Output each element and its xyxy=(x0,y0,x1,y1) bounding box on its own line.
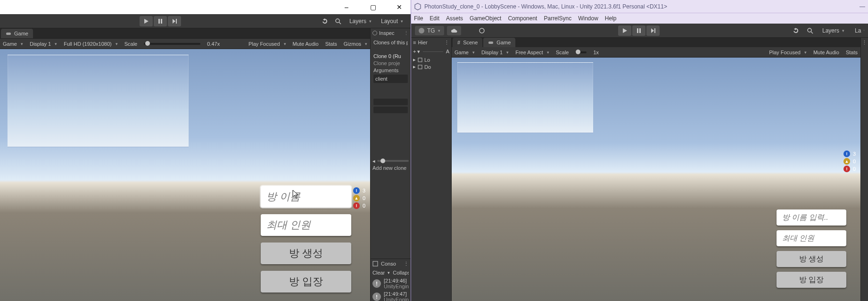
join-room-button[interactable]: 방 입장 xyxy=(261,271,351,293)
menu-assets[interactable]: Assets xyxy=(446,15,463,22)
game-viewport[interactable]: 방 이름 입력.. 최대 인원 방 생성 방 입장 !3 ▲0 !0 xyxy=(452,58,860,301)
error-badge[interactable]: !0 xyxy=(350,202,368,209)
console-row[interactable]: ! [21:49:46] UnityEngin xyxy=(371,277,411,290)
display-dropdown[interactable]: Display 1 xyxy=(27,39,60,49)
resolution-dropdown[interactable]: Full HD (1920x1080) xyxy=(61,39,121,49)
warn-badge[interactable]: ▲0 xyxy=(841,158,859,165)
clone-item-title[interactable]: Clone 0 (Ru xyxy=(373,53,408,59)
layers-dropdown[interactable]: Layers xyxy=(818,25,848,36)
scale-slider[interactable] xyxy=(575,51,587,53)
hierarchy-item[interactable]: ▸ Do xyxy=(413,64,449,70)
max-players-input[interactable]: 최대 인원 xyxy=(777,230,846,246)
lobby-ui: 방 이름 입력.. 최대 인원 방 생성 방 입장 xyxy=(777,209,846,288)
gamepad-icon xyxy=(6,31,11,36)
game-tab[interactable]: Game xyxy=(1,29,33,38)
layers-dropdown[interactable]: Layers xyxy=(346,16,375,26)
scale-slider[interactable] xyxy=(144,43,200,45)
console-tab-label[interactable]: Conso xyxy=(381,261,396,267)
foldout-icon[interactable]: ▸ xyxy=(413,64,416,70)
display-dropdown[interactable]: Display 1 xyxy=(479,48,512,57)
create-room-button[interactable]: 방 생성 xyxy=(261,242,351,264)
pause-button[interactable] xyxy=(632,25,645,36)
mute-audio-toggle[interactable]: Mute Audio xyxy=(810,50,842,55)
play-button[interactable] xyxy=(618,25,631,36)
window-titlebar[interactable]: PhotonStudy_clone_0 - LobbyScene - Windo… xyxy=(411,0,868,13)
play-button[interactable] xyxy=(140,16,153,26)
cloud-button[interactable] xyxy=(447,26,461,35)
clones-slider[interactable]: ◂ xyxy=(371,158,411,164)
play-focused-dropdown[interactable]: Play Focused xyxy=(246,39,289,49)
console-collapse-toggle[interactable]: Collaps xyxy=(393,270,409,276)
account-label: TG xyxy=(427,27,435,34)
game-viewport[interactable]: 방 이름 최대 인원 방 생성 방 입장 !3 ▲0 !0 xyxy=(0,49,370,301)
game-camera-dropdown[interactable]: Game xyxy=(0,39,26,49)
create-dropdown[interactable]: + ▾ xyxy=(413,49,420,55)
create-room-button[interactable]: 방 생성 xyxy=(777,251,846,267)
error-count: 0 xyxy=(363,203,365,209)
window-maximize-button[interactable]: ▢ xyxy=(364,0,382,14)
kebab-icon[interactable]: ⋮ xyxy=(404,261,409,267)
room-name-placeholder: 방 이름 xyxy=(266,190,300,204)
console-row-src: UnityEngin xyxy=(384,284,409,289)
window-minimize-button[interactable]: – xyxy=(337,0,356,14)
game-camera-dropdown[interactable]: Game xyxy=(452,48,478,57)
console-clear-button[interactable]: Clear xyxy=(372,270,385,276)
game-tab[interactable]: Game xyxy=(483,38,515,47)
mute-audio-toggle[interactable]: Mute Audio xyxy=(290,41,322,47)
gizmos-dropdown[interactable]: Gizmos xyxy=(341,39,370,49)
menu-help[interactable]: Help xyxy=(605,15,617,22)
room-name-input[interactable]: 방 이름 xyxy=(261,186,351,208)
inspector-lock-icon xyxy=(372,31,377,35)
window-close-button[interactable]: ✕ xyxy=(390,0,409,14)
window-minimize-button[interactable]: — xyxy=(860,3,865,10)
add-new-clone-button[interactable]: Add new clone xyxy=(371,164,411,172)
gamepad-icon xyxy=(488,40,494,45)
max-players-placeholder: 최대 인원 xyxy=(266,218,311,232)
menu-file[interactable]: File xyxy=(414,15,423,22)
max-players-input[interactable]: 최대 인원 xyxy=(261,214,351,236)
pause-button[interactable] xyxy=(154,16,167,26)
layout-dropdown[interactable]: Layout xyxy=(377,16,407,26)
stats-toggle[interactable]: Stats xyxy=(322,41,340,47)
stats-toggle[interactable]: Stats xyxy=(843,50,860,55)
clone-arguments-field[interactable]: client xyxy=(373,75,408,83)
step-button[interactable] xyxy=(168,16,181,26)
console-panel: Conso ⋮ Clear ▾ Collaps ! [21:49:46] Uni… xyxy=(371,259,411,301)
menu-parrelsync[interactable]: ParrelSync xyxy=(544,15,571,22)
services-icon[interactable] xyxy=(476,25,488,36)
undo-history-icon[interactable] xyxy=(319,16,331,26)
scene-tab[interactable]: # Scene xyxy=(453,38,482,47)
foldout-icon[interactable]: ▸ xyxy=(413,57,416,63)
menu-window[interactable]: Window xyxy=(578,15,598,22)
undo-history-icon[interactable] xyxy=(790,25,802,36)
search-icon[interactable] xyxy=(332,16,344,26)
game-tab-label: Game xyxy=(14,31,28,36)
warn-badge[interactable]: ▲0 xyxy=(350,194,368,202)
kebab-icon[interactable]: ⋮ xyxy=(404,30,409,36)
menu-component[interactable]: Component xyxy=(508,15,537,22)
chevron-left-icon[interactable]: ◂ xyxy=(372,158,375,164)
search-icon[interactable] xyxy=(804,25,816,36)
join-room-button[interactable]: 방 입장 xyxy=(777,272,846,288)
account-dropdown[interactable]: TG xyxy=(415,26,444,35)
scene-game-tabs: # Scene Game xyxy=(452,38,860,47)
layout-dropdown[interactable]: La xyxy=(851,25,864,36)
menu-edit[interactable]: Edit xyxy=(430,15,439,22)
kebab-icon[interactable]: ⋮ xyxy=(862,40,867,46)
svg-point-11 xyxy=(808,28,811,32)
play-focused-dropdown[interactable]: Play Focused xyxy=(766,48,810,57)
info-badge[interactable]: !3 xyxy=(841,150,859,158)
hierarchy-item[interactable]: ▸ Lo xyxy=(413,57,449,63)
inspector-tab[interactable]: Inspec ⋮ xyxy=(371,28,411,38)
console-row[interactable]: ! [21:49:47] UnityEngin xyxy=(371,290,411,301)
resolution-dropdown[interactable]: Free Aspect xyxy=(513,48,552,57)
step-button[interactable] xyxy=(646,25,660,36)
search-icon[interactable]: A xyxy=(446,49,449,54)
kebab-icon[interactable]: ⋮ xyxy=(444,40,449,46)
info-badge[interactable]: !3 xyxy=(350,187,368,194)
inspector-panel-collapsed[interactable]: ⋮ xyxy=(860,38,868,301)
hierarchy-tab[interactable]: ≡ Hier ⋮ xyxy=(411,38,451,47)
menu-gameobject[interactable]: GameObject xyxy=(470,15,501,22)
room-name-input[interactable]: 방 이름 입력.. xyxy=(777,209,846,226)
error-badge[interactable]: !0 xyxy=(841,165,859,173)
